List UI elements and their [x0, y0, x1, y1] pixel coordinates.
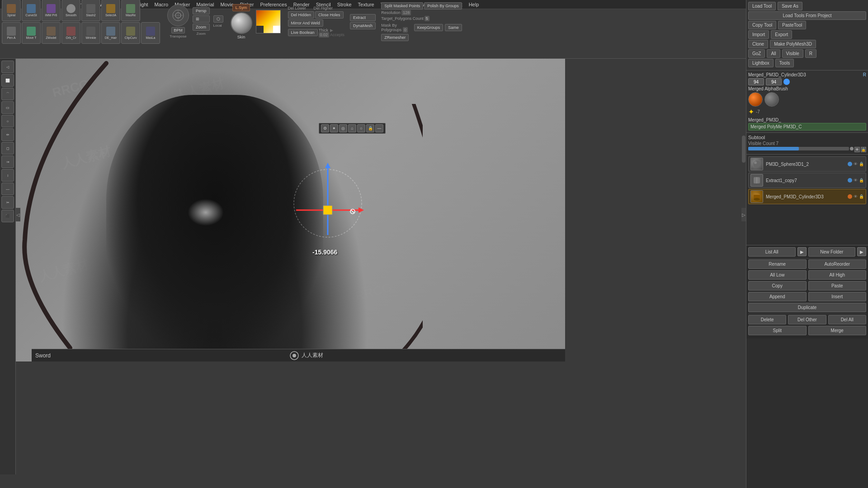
goz-btn[interactable]: GoZ: [748, 49, 765, 58]
zmodel-btn[interactable]: ZModel: [42, 22, 61, 44]
eye-icon-1[interactable]: 👁: [854, 147, 860, 152]
imm-btn[interactable]: IMM Pr6: [42, 0, 61, 21]
all-low-btn[interactable]: All Low: [748, 270, 807, 280]
r-btn[interactable]: R: [805, 49, 816, 58]
menu-texture[interactable]: Texture: [355, 0, 377, 9]
merge-btn[interactable]: Merge: [808, 326, 867, 335]
del-other-btn[interactable]: Del Other: [788, 315, 826, 324]
wrinkle-btn[interactable]: Wrinkle: [81, 22, 100, 44]
trim-tool[interactable]: ⬛: [1, 210, 14, 222]
persp-btn[interactable]: Persp: [193, 7, 210, 14]
popup-circle-icon[interactable]: ○: [357, 124, 365, 132]
clipcurv-btn[interactable]: ClipCurv: [121, 22, 140, 44]
paste-btn[interactable]: Paste: [808, 281, 867, 291]
move-t-btn[interactable]: Move T: [22, 22, 41, 44]
same-btn[interactable]: Same: [445, 24, 462, 31]
num-input-1[interactable]: [748, 78, 764, 85]
flatten-tool[interactable]: —: [1, 183, 14, 195]
paste-tool-btn[interactable]: PasteTool: [778, 21, 806, 29]
popup-target-icon[interactable]: ◎: [339, 124, 347, 132]
dehair-btn[interactable]: DE_Hair: [101, 22, 120, 44]
new-folder-arrow[interactable]: ▶: [857, 247, 866, 256]
material-sphere[interactable]: [231, 12, 252, 34]
grey-sphere-thumb[interactable]: [764, 92, 779, 107]
copy-btn[interactable]: Copy: [748, 281, 807, 291]
mirror-weld-btn[interactable]: Mirror And Weld: [288, 19, 323, 27]
spiral-btn[interactable]: Spiral: [2, 0, 21, 21]
orange-sphere-thumb[interactable]: [748, 92, 763, 107]
del-all-btn[interactable]: Del All: [828, 315, 866, 324]
export-btn[interactable]: Export: [771, 30, 792, 39]
slash2-btn[interactable]: Slash2: [81, 0, 100, 21]
arrow-left-tool[interactable]: ◁: [1, 61, 14, 73]
load-tools-from-project-btn[interactable]: Load Tools From Project: [748, 11, 866, 20]
copy-tool-btn[interactable]: Copy Tool: [748, 21, 776, 29]
split-masked-btn[interactable]: Split Masked Points: [381, 2, 423, 9]
save-as-btn[interactable]: Save As: [778, 2, 802, 10]
polish-by-groups-btn[interactable]: Polish By Groups: [424, 2, 462, 9]
orb-cra-btn[interactable]: Orb_Cr: [61, 22, 80, 44]
close-holes-btn[interactable]: Close Holes: [315, 11, 344, 19]
list-all-btn[interactable]: List All: [748, 247, 796, 257]
live-boolean-btn[interactable]: Live Boolean: [288, 29, 318, 36]
smooth-btn[interactable]: Smooth: [61, 0, 80, 21]
clone-btn[interactable]: Clone: [748, 40, 768, 48]
curveSet-btn[interactable]: CurveSt: [22, 0, 41, 21]
selecta-btn[interactable]: SelectA: [101, 0, 120, 21]
tools-btn[interactable]: Tools: [775, 59, 794, 67]
rotate-gizmo[interactable]: [167, 5, 189, 26]
new-folder-btn[interactable]: New Folder: [808, 247, 856, 257]
all-btn[interactable]: All: [767, 49, 780, 58]
zremesher-btn[interactable]: ZRemesher: [381, 34, 409, 41]
bpm-btn[interactable]: BPM: [171, 27, 185, 33]
color-picker[interactable]: [256, 10, 281, 33]
menu-help[interactable]: Help: [466, 0, 482, 9]
circle-select-tool[interactable]: ○: [1, 115, 14, 127]
menu-preferences[interactable]: Preferences: [257, 0, 289, 9]
selection-tool[interactable]: ⬜: [1, 74, 14, 87]
subtool-extract1[interactable]: Extract1_copy7 👁 🔒: [748, 173, 866, 188]
floor-btn[interactable]: ⊞: [193, 15, 210, 23]
visible-btn[interactable]: Visible: [782, 49, 803, 58]
popup-lock-icon[interactable]: 🔒: [366, 124, 374, 132]
insert-btn[interactable]: Insert: [808, 292, 867, 301]
lightbox-btn[interactable]: Lightbox: [748, 59, 774, 67]
lasso-tool[interactable]: ⌒: [1, 88, 14, 100]
local-btn[interactable]: ⬡: [213, 15, 223, 23]
keep-groups-btn[interactable]: KeepGroups: [414, 24, 443, 31]
make-polymesh3d-btn[interactable]: Make PolyMesh3D: [770, 40, 816, 48]
left-panel-collapse[interactable]: ◁: [16, 208, 20, 221]
smear-tool[interactable]: ⇒: [1, 155, 14, 168]
canvas-viewport[interactable]: RRCG 人人素材 RRCG 人人素材 人人素材 RRCG 人人素材 RRCG …: [16, 59, 565, 361]
eraser-tool[interactable]: ◻: [1, 142, 14, 155]
append-btn[interactable]: Append: [748, 292, 807, 301]
extract-btn[interactable]: Extract: [350, 14, 376, 21]
all-high-btn[interactable]: All High: [808, 270, 867, 280]
right-panel-collapse[interactable]: ▷: [741, 208, 746, 221]
nudge-tool[interactable]: ↕: [1, 169, 14, 182]
dynamesh-btn[interactable]: DynaMesh: [350, 22, 376, 29]
masla-btn[interactable]: MasLa: [141, 22, 160, 44]
list-all-arrow[interactable]: ▶: [797, 247, 807, 256]
transform-gizmo[interactable]: [287, 158, 368, 249]
popup-house-icon[interactable]: ⌂: [348, 124, 356, 132]
paint-tool[interactable]: ✏: [1, 128, 14, 141]
split-btn[interactable]: Split: [748, 326, 807, 335]
import-btn[interactable]: Import: [748, 30, 769, 39]
masre-btn[interactable]: MasRe: [121, 0, 140, 21]
zoom-btn[interactable]: Zoom: [193, 23, 210, 31]
subtool-pm3d-sphere[interactable]: PM3D_Sphere3D1_2 👁 🔒: [748, 156, 866, 172]
popup-gear-icon[interactable]: ⚙: [321, 124, 329, 132]
clip-tool[interactable]: ✂: [1, 196, 14, 209]
popup-star-icon[interactable]: ✦: [330, 124, 338, 132]
layer-btn[interactable]: L.Sym: [232, 4, 250, 11]
lock-icon-1[interactable]: 🔒: [861, 147, 866, 152]
subtool-merged-cyl-active[interactable]: Merged_PM3D_Cylinder3D3 👁 🔒: [748, 189, 866, 204]
auto-reorder-btn[interactable]: AutoReorder: [808, 259, 867, 269]
load-tool-btn[interactable]: Load Tool: [748, 2, 776, 10]
viewport-scrollbar[interactable]: [742, 136, 745, 163]
duplicate-btn[interactable]: Duplicate: [748, 303, 866, 312]
subtool-slider[interactable]: [748, 147, 849, 150]
pen-a-btn[interactable]: Pen A: [2, 22, 21, 44]
3d-viewport[interactable]: RRCG 人人素材 RRCG 人人素材 人人素材 RRCG 人人素材 RRCG …: [16, 59, 565, 361]
